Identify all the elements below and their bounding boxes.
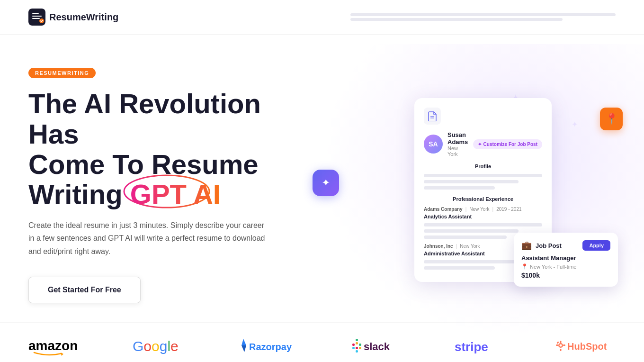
- nav-placeholder: [350, 13, 616, 21]
- exp-bar-3: [424, 235, 507, 239]
- wand-float-icon: ✦: [313, 170, 339, 196]
- logo[interactable]: ResumeWriting: [28, 9, 118, 26]
- customize-label: Customize For Job Post: [483, 142, 537, 147]
- hero-section: RESUMEWRITING The AI Revolution Has Come…: [0, 35, 644, 322]
- nav-bar-line-1: [350, 13, 616, 16]
- divider-2: |: [492, 207, 494, 212]
- hero-headline: The AI Revolution Has Come To Resume Wri…: [28, 89, 303, 209]
- svg-rect-18: [359, 347, 361, 349]
- svg-marker-10: [242, 339, 246, 345]
- company-2: Johnson, Inc: [424, 244, 453, 249]
- svg-rect-0: [28, 9, 45, 26]
- job-salary: $100k: [521, 272, 610, 279]
- job-card-header: 💼 Job Post Apply: [521, 240, 610, 251]
- svg-rect-27: [556, 344, 558, 346]
- svg-rect-29: [556, 341, 559, 344]
- logo-icon: [28, 9, 45, 26]
- svg-text:Google: Google: [133, 338, 179, 354]
- location-1: New York: [469, 207, 489, 212]
- headline-line3: Writing: [28, 179, 123, 209]
- location-2: New York: [460, 244, 480, 249]
- company-1: Adams Company: [424, 207, 463, 212]
- hero-subtext: Create the ideal resume in just 3 minute…: [28, 219, 265, 258]
- hubspot-logo-svg: HubSpot: [554, 337, 616, 356]
- job-card: 💼 Job Post Apply Assistant Manager 📍 New…: [514, 233, 618, 287]
- apply-button[interactable]: Apply: [582, 240, 610, 251]
- razorpay-logo-svg: Razorpay: [237, 337, 298, 356]
- location-pin-icon: 📍: [600, 108, 623, 130]
- headline-gpt: GPT AI: [130, 179, 221, 209]
- job-location: 📍 New York - Full-time: [521, 263, 610, 270]
- svg-rect-2: [32, 16, 42, 17]
- svg-rect-25: [560, 341, 562, 343]
- profile-info: Susan Adams New York: [447, 131, 468, 157]
- brand-hubspot: HubSpot: [554, 337, 616, 356]
- exp-row-1: Adams Company | New York | 2019 - 2021: [424, 207, 542, 212]
- logo-text: ResumeWriting: [49, 12, 118, 23]
- svg-rect-20: [356, 350, 358, 353]
- divider-1: |: [465, 207, 467, 212]
- svg-text:slack: slack: [364, 341, 390, 353]
- amazon-logo-svg: amazon: [28, 337, 80, 356]
- google-logo-svg: Google: [133, 337, 185, 356]
- nav-bar-line-2: [350, 18, 563, 21]
- profile-location: New York: [447, 145, 468, 157]
- svg-rect-13: [352, 344, 355, 346]
- hero-left: RESUMEWRITING The AI Revolution Has Come…: [28, 63, 303, 303]
- brands-row: amazon Google Razorpay: [28, 337, 616, 356]
- slack-logo-svg: slack: [350, 337, 402, 356]
- customize-button[interactable]: ✦ Customize For Job Post: [473, 139, 542, 149]
- svg-rect-16: [356, 342, 358, 344]
- headline-line1: The AI Revolution Has: [28, 88, 261, 149]
- job-card-label: Job Post: [536, 242, 562, 249]
- job-icon: 💼: [521, 240, 532, 251]
- cta-button[interactable]: Get Started For Free: [28, 277, 141, 303]
- headline-line2: Come To Resume: [28, 149, 259, 180]
- brand-razorpay: Razorpay: [237, 337, 298, 356]
- doc-icon: [424, 108, 441, 125]
- stripe-logo-svg: stripe: [455, 337, 502, 356]
- hero-badge: RESUMEWRITING: [28, 68, 96, 78]
- svg-text:HubSpot: HubSpot: [567, 341, 607, 352]
- svg-rect-17: [359, 344, 361, 346]
- profile-bar-3: [424, 186, 495, 190]
- svg-rect-1: [32, 13, 39, 14]
- svg-rect-15: [356, 339, 358, 341]
- brand-stripe: stripe: [455, 337, 502, 356]
- profile-bar-1: [424, 174, 542, 177]
- brand-amazon: amazon: [28, 337, 80, 356]
- location-pin: 📍: [521, 263, 528, 270]
- profile-name: Susan Adams: [447, 131, 468, 145]
- svg-point-24: [560, 344, 562, 346]
- brand-slack: slack: [350, 337, 402, 356]
- profile-section: SA Susan Adams New York ✦ Customize For …: [424, 131, 542, 157]
- svg-rect-19: [356, 347, 358, 349]
- avatar: SA: [424, 135, 443, 154]
- hero-right: ✦ ✦ ✦ ✦ SA Susan Adams New York: [303, 63, 616, 303]
- exp-bar-2: [424, 229, 519, 233]
- resume-card: SA Susan Adams New York ✦ Customize For …: [414, 98, 552, 282]
- svg-rect-28: [563, 344, 565, 346]
- star-decoration-2: ✦: [572, 120, 578, 129]
- profile-bar-2: [424, 180, 519, 183]
- exp-bar-1: [424, 223, 542, 226]
- gpt-oval-wrapper: GPT AI: [130, 179, 221, 209]
- job-location-text: New York - Full-time: [530, 264, 576, 270]
- svg-text:stripe: stripe: [455, 340, 488, 354]
- experience-label: Professional Experience: [424, 196, 542, 202]
- divider-3: |: [456, 244, 457, 249]
- job-role: Assistant Manager: [521, 254, 610, 262]
- svg-rect-3: [32, 18, 40, 19]
- svg-rect-26: [560, 349, 562, 351]
- svg-marker-11: [242, 345, 246, 352]
- doc-svg: [428, 111, 437, 121]
- svg-text:amazon: amazon: [28, 338, 78, 353]
- header: ResumeWriting: [0, 0, 644, 35]
- job-title-1: Analytics Assistant: [424, 214, 542, 219]
- svg-text:Razorpay: Razorpay: [249, 342, 292, 352]
- profile-label: Profile: [424, 163, 542, 169]
- years-1: 2019 - 2021: [496, 207, 521, 212]
- brands-section: amazon Google Razorpay: [0, 322, 644, 362]
- exp-bar-5: [424, 266, 495, 270]
- brand-google: Google: [133, 337, 185, 356]
